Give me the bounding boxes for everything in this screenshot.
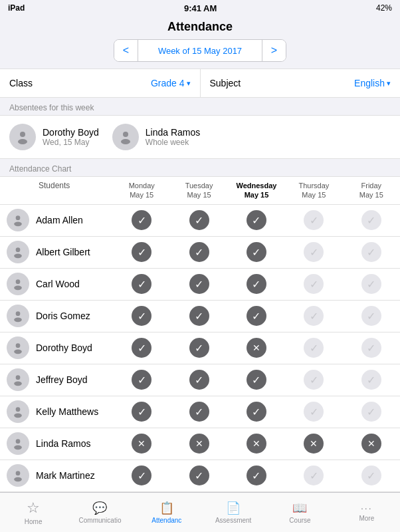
table-row: Adam Allen ✓✓✓✓✓: [0, 205, 400, 237]
student-name: Adam Allen: [36, 215, 83, 225]
student-name: Dorothy Boyd: [36, 342, 92, 353]
absentee-item: Dorothy Boyd Wed, 15 May: [9, 124, 99, 150]
empty-icon: ✓: [361, 306, 381, 326]
absentee-date: Wed, 15 May: [43, 138, 99, 147]
subject-value[interactable]: English ▾: [354, 78, 391, 88]
attendance-cell[interactable]: ✓: [113, 242, 170, 262]
attendance-cell[interactable]: ✓: [285, 274, 342, 294]
attendance-cell[interactable]: ✕: [228, 434, 285, 454]
avatar: [7, 209, 29, 231]
avatar: [7, 305, 29, 327]
student-cell: Albert Gilbert: [0, 241, 113, 263]
tab-attendance[interactable]: 📋 Attendanc: [134, 493, 200, 532]
attendance-cell[interactable]: ✓: [170, 210, 227, 230]
check-icon: ✓: [247, 210, 266, 230]
filter-bar: Class Grade 4 ▾ Subject English ▾: [0, 68, 400, 98]
subject-filter[interactable]: Subject English ▾: [201, 69, 401, 97]
absentee-info: Linda Ramos Whole week: [146, 127, 201, 147]
attendance-cell[interactable]: ✓: [170, 242, 227, 262]
attendance-cell[interactable]: ✓: [285, 306, 342, 326]
svg-point-4: [16, 215, 21, 220]
table-row: Jeffrey Boyd ✓✓✓✓✓: [0, 364, 400, 396]
attendance-cell[interactable]: ✓: [113, 402, 170, 422]
attendance-cell[interactable]: ✓: [285, 370, 342, 390]
column-friday: FridayMay 15: [343, 181, 400, 200]
chart-table: Students MondayMay 15 TuesdayMay 15 Wedn…: [0, 176, 400, 492]
attendance-cell[interactable]: ✓: [170, 274, 227, 294]
svg-point-0: [20, 132, 25, 137]
attendance-cell[interactable]: ✓: [170, 402, 227, 422]
more-icon: ···: [361, 503, 373, 513]
attendance-cell[interactable]: ✓: [343, 338, 400, 358]
attendance-cell[interactable]: ✕: [228, 338, 285, 358]
attendance-cell[interactable]: ✓: [113, 338, 170, 358]
attendance-cell[interactable]: ✓: [113, 306, 170, 326]
attendance-cell[interactable]: ✓: [170, 370, 227, 390]
tab-home[interactable]: ☆ Home: [0, 493, 66, 532]
student-cell: Doris Gomez: [0, 305, 113, 327]
attendance-cell[interactable]: ✓: [228, 306, 285, 326]
attendance-cell[interactable]: ✓: [113, 370, 170, 390]
tab-more[interactable]: ··· More: [334, 493, 400, 532]
attendance-cell[interactable]: ✓: [285, 466, 342, 485]
attendance-cell[interactable]: ✕: [343, 434, 400, 454]
attendance-cell[interactable]: ✓: [170, 306, 227, 326]
empty-icon: ✓: [361, 402, 381, 422]
attendance-cell[interactable]: ✓: [343, 306, 400, 326]
class-label: Class: [9, 78, 33, 88]
attendance-cell[interactable]: ✓: [113, 466, 170, 485]
tab-course[interactable]: 📖 Course: [266, 493, 333, 532]
attendance-cell[interactable]: ✓: [343, 402, 400, 422]
student-cell: Carl Wood: [0, 273, 113, 295]
attendance-cell[interactable]: ✓: [228, 210, 285, 230]
chart-section-label: Attendance Chart: [0, 159, 400, 176]
check-icon: ✓: [132, 338, 151, 358]
student-name: Carl Wood: [36, 279, 80, 289]
status-center: 9:41 AM: [184, 3, 217, 13]
attendance-cell[interactable]: ✕: [170, 434, 227, 454]
attendance-cell[interactable]: ✓: [343, 210, 400, 230]
check-icon: ✓: [189, 338, 209, 358]
tab-assessment-label: Assessment: [215, 517, 251, 524]
attendance-cell[interactable]: ✕: [285, 434, 342, 454]
tab-assessment[interactable]: 📄 Assessment: [200, 493, 266, 532]
svg-point-1: [18, 139, 27, 144]
attendance-cell[interactable]: ✓: [228, 370, 285, 390]
attendance-cell[interactable]: ✓: [285, 210, 342, 230]
svg-point-10: [16, 311, 21, 316]
attendance-cell[interactable]: ✓: [113, 210, 170, 230]
week-next-button[interactable]: >: [262, 40, 286, 61]
attendance-cell[interactable]: ✓: [343, 274, 400, 294]
empty-icon: ✓: [304, 242, 324, 262]
page-title: Attendance: [0, 16, 400, 39]
svg-point-3: [121, 139, 130, 144]
check-icon: ✓: [132, 402, 151, 422]
attendance-cell[interactable]: ✓: [343, 242, 400, 262]
class-filter[interactable]: Class Grade 4 ▾: [0, 69, 201, 97]
svg-point-21: [14, 477, 22, 482]
column-students: Students: [0, 181, 113, 200]
tab-communication[interactable]: 💬 Communicatio: [66, 493, 133, 532]
student-name: Linda Ramos: [36, 438, 91, 449]
class-value[interactable]: Grade 4 ▾: [151, 78, 191, 88]
attendance-cell[interactable]: ✓: [113, 274, 170, 294]
communication-icon: 💬: [92, 501, 107, 515]
attendance-cell[interactable]: ✓: [228, 466, 285, 485]
attendance-cell[interactable]: ✓: [228, 402, 285, 422]
tab-more-label: More: [359, 515, 374, 522]
svg-point-9: [14, 286, 22, 291]
attendance-cell[interactable]: ✓: [228, 274, 285, 294]
attendance-cell[interactable]: ✓: [343, 370, 400, 390]
attendance-cell[interactable]: ✓: [343, 466, 400, 485]
attendance-cell[interactable]: ✓: [170, 338, 227, 358]
attendance-cell[interactable]: ✓: [285, 338, 342, 358]
attendance-cell[interactable]: ✕: [113, 434, 170, 454]
attendance-cell[interactable]: ✓: [170, 466, 227, 485]
check-icon: ✓: [247, 242, 266, 262]
attendance-cell[interactable]: ✓: [228, 242, 285, 262]
attendance-cell[interactable]: ✓: [285, 242, 342, 262]
table-row: Kelly Matthews ✓✓✓✓✓: [0, 396, 400, 428]
check-icon: ✓: [189, 242, 209, 262]
attendance-cell[interactable]: ✓: [285, 402, 342, 422]
week-prev-button[interactable]: <: [114, 40, 138, 61]
